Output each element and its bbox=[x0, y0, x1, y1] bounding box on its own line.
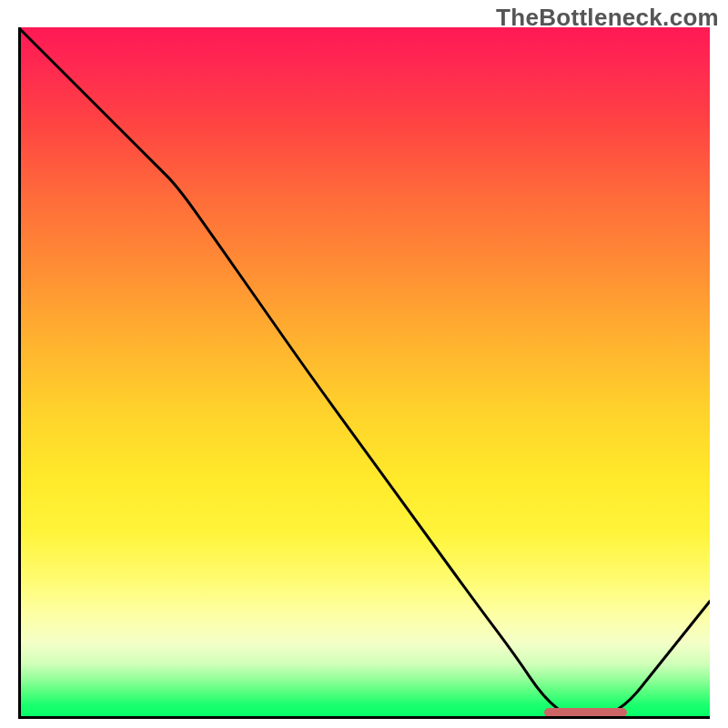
plot-frame bbox=[18, 27, 710, 719]
chart-stage: TheBottleneck.com bbox=[0, 0, 728, 728]
bottleneck-marker bbox=[544, 708, 627, 717]
bottleneck-curve bbox=[18, 27, 710, 719]
plot-area bbox=[18, 27, 710, 719]
watermark-text: TheBottleneck.com bbox=[496, 4, 719, 32]
